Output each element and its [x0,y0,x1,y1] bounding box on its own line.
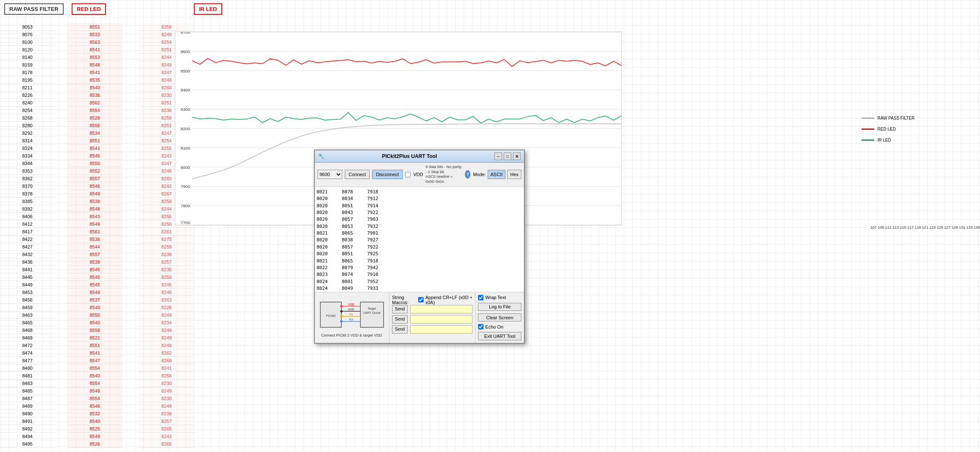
red-cell: 8554 [67,107,122,114]
red-cell: 8544 [67,243,122,251]
raw-cell: 8385 [0,198,55,205]
red-cell: 8532 [67,410,122,417]
red-cell: 8543 [67,213,122,220]
vdd-checkbox[interactable] [405,172,411,177]
ir-cell: 8275 [139,235,194,243]
ir-cell: 8257 [139,417,194,425]
echo-on-checkbox[interactable] [478,324,483,329]
clear-screen-button[interactable]: Clear Screen [478,313,521,321]
svg-text:TX: TX [349,313,353,316]
red-data-column: 8551853385638541855385488541853585408536… [67,23,122,448]
red-cell: 8536 [67,91,122,99]
svg-text:PICkit2: PICkit2 [326,314,336,317]
disconnect-button[interactable]: Disconnect [372,170,403,179]
red-cell: 8546 [67,182,122,190]
red-cell: 8539 [67,198,122,205]
macro-input-1[interactable] [410,305,473,313]
vdd-label: VDD [413,172,423,177]
hex-mode-button[interactable]: Hex [507,170,521,179]
send-button-2[interactable]: Send [392,315,408,324]
mode-label: Mode: [473,172,486,177]
red-cell: 8547 [67,357,122,364]
raw-cell: 8378 [0,190,55,198]
red-cell: 8550 [67,160,122,167]
append-crlf-checkbox[interactable] [418,297,424,302]
uart-toolbar: 9600 19200 38400 57600 115200 Connect Di… [315,163,524,187]
uart-right-panel: Wrap Text Log to File Clear Screen Echo … [475,292,524,343]
raw-cell: 8362 [0,175,55,182]
red-led-label: RED LED [72,3,106,15]
red-cell: 8540 [67,417,122,425]
red-cell: 8521 [67,334,122,342]
red-cell: 8540 [67,319,122,326]
uart-data-area[interactable]: 8021807879188020803479128020805179148020… [315,187,524,292]
raw-cell: 8456 [0,296,55,304]
raw-cell: 8392 [0,205,55,213]
minimize-button[interactable]: ─ [494,152,502,160]
red-cell: 8549 [67,190,122,198]
log-to-file-button[interactable]: Log to File [478,303,521,311]
append-crlf-label: Append CR+LF (x0D + x0A) [425,295,473,305]
mode-section: Mode: ASCII Hex [473,170,521,179]
ascii-mode-button[interactable]: ASCII [488,170,506,179]
ir-cell: 8249 [139,334,194,342]
macro-input-3[interactable] [410,325,473,334]
macro-row-3: Send [392,325,473,334]
red-cell: 8541 [67,69,122,76]
ir-cell: 8243 [139,433,194,440]
red-cell: 8545 [67,266,122,273]
ir-cell: 8249 [139,402,194,410]
uart-data-row: 802180657918 [317,258,522,264]
wrap-text-label: Wrap Text [485,295,506,300]
uart-data-row: 802280797942 [317,265,522,271]
ir-cell: 8249 [139,387,194,395]
raw-pass-filter-label: RAW PASS FILTER [4,3,64,15]
raw-cell: 8487 [0,395,55,402]
uart-title-icon: 🔧 [318,153,325,159]
red-cell: 8545 [67,281,122,289]
raw-cell: 8465 [0,319,55,326]
red-cell: 8548 [67,387,122,395]
uart-data-row: 802380747910 [317,271,522,278]
ir-cell: 8235 [139,266,194,273]
exit-uart-button[interactable]: Exit UART Tool [478,332,521,340]
legend-ir: IR LED [862,138,915,142]
ir-led-label: IR LED [194,3,222,15]
send-button-1[interactable]: Send [392,305,408,313]
raw-cell: 8178 [0,69,55,76]
baud-rate-select[interactable]: 9600 19200 38400 57600 115200 [317,170,342,179]
legend-raw: RAW PASS FILTER [862,116,915,120]
close-button[interactable]: ✕ [513,152,521,160]
wrap-text-option: Wrap Text [478,295,521,300]
raw-cell: 8159 [0,61,55,69]
wrap-text-checkbox[interactable] [478,295,483,300]
help-button[interactable]: ? [465,170,470,179]
svg-text:Target: Target [368,307,376,310]
raw-cell: 8459 [0,304,55,311]
connect-button[interactable]: Connect [345,170,370,179]
raw-cell: 8495 [0,440,55,448]
raw-cell: 8445 [0,273,55,281]
red-cell: 8554 [67,395,122,402]
ir-cell: 8228 [139,304,194,311]
svg-text:GND: GND [348,308,354,311]
raw-cell: 8140 [0,53,55,61]
red-cell: 8533 [67,31,122,38]
red-cell: 8540 [67,84,122,91]
red-cell: 8545 [67,273,122,281]
svg-text:8200: 8200 [181,126,191,131]
uart-macros: String Macros: Append CR+LF (x0D + x0A) … [389,292,475,343]
raw-cell: 8195 [0,76,55,84]
raw-cell: 8324 [0,144,55,152]
raw-cell: 8490 [0,410,55,417]
macro-input-2[interactable] [410,315,473,324]
red-cell: 8548 [67,402,122,410]
legend-ir-line [862,139,874,141]
send-button-3[interactable]: Send [392,325,408,334]
raw-cell: 8474 [0,349,55,357]
maximize-button[interactable]: □ [504,152,511,160]
ir-cell: 8245 [139,289,194,296]
raw-cell: 8076 [0,31,55,38]
raw-cell: 8481 [0,372,55,380]
svg-text:8100: 8100 [181,146,191,150]
